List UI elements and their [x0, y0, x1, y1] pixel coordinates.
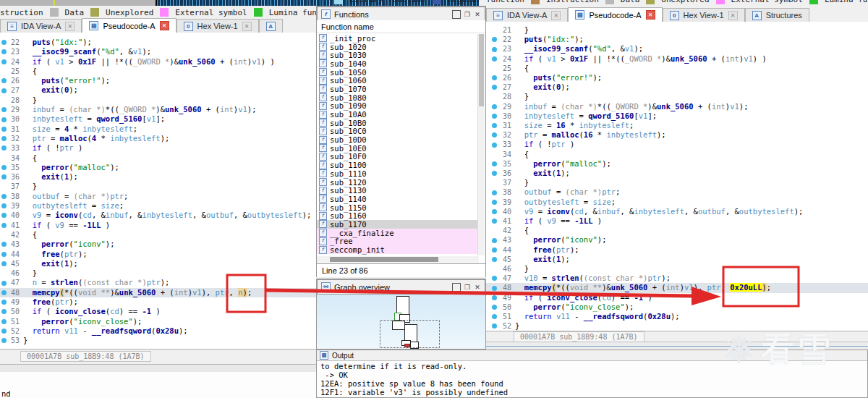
maximize-icon[interactable] — [452, 10, 461, 19]
close-tab-icon[interactable]: ✕ — [65, 22, 75, 31]
graph-viewport-rect[interactable] — [380, 320, 440, 348]
function-list-item[interactable]: fsub_1090 — [317, 102, 479, 111]
code-line[interactable]: 48 memcpy(*((void **)&unk_5060 + (int)v1… — [486, 283, 868, 292]
function-list-item[interactable]: fsub_10B0 — [317, 119, 479, 127]
left-pseudocode-view[interactable]: 22 puts("idx:");23 __isoc99_scanf("%d", … — [0, 33, 316, 354]
code-line[interactable]: 22 puts("idx:"); — [0, 38, 316, 47]
function-list-item[interactable]: fsub_10F0 — [317, 153, 479, 161]
code-line[interactable]: 36 exit(1); — [486, 169, 868, 178]
code-line[interactable]: 53} — [0, 336, 316, 345]
close-tab-icon[interactable]: ✕ — [728, 11, 738, 20]
tab-structures[interactable]: AStructures — [745, 8, 809, 22]
code-line[interactable]: 45 exit(1); — [486, 255, 868, 264]
tab-hex-view-1[interactable]: 0Hex View-1✕ — [176, 19, 259, 33]
code-line[interactable]: 30 inbytesleft = qword_5160[v1]; — [0, 114, 316, 124]
code-line[interactable]: 23 __isoc99_scanf("%d", &v1); — [486, 44, 868, 54]
code-line[interactable]: 35 perror("malloc"); — [0, 163, 316, 172]
function-list-item[interactable]: fsub_1170 — [317, 220, 479, 229]
code-line[interactable]: 41 if ( v9 == -1LL ) — [486, 216, 868, 226]
code-line[interactable]: 49 free(ptr); — [0, 297, 316, 307]
functions-panel-titlebar[interactable]: f Functions ❐ ✕ — [317, 7, 485, 22]
tab-pseudocode-a[interactable]: ▤Pseudocode-A✕ — [568, 7, 662, 22]
function-list-item[interactable]: fsub_1110 — [317, 169, 479, 178]
code-line[interactable]: 40 v9 = iconv(cd, &inbuf, &inbytesleft, … — [486, 207, 868, 216]
code-line[interactable]: 34 { — [0, 153, 316, 163]
code-line[interactable]: 31 size = 4 * inbytesleft; — [0, 124, 316, 134]
code-line[interactable]: 40 v9 = iconv(cd, &inbuf, &inbytesleft, … — [0, 211, 316, 220]
code-line[interactable]: 33 if ( !ptr ) — [0, 143, 316, 153]
code-line[interactable]: 41 if ( v9 == -1LL ) — [0, 221, 316, 230]
code-line[interactable]: 39 outbytesleft = size; — [486, 198, 868, 207]
functions-horizontal-scrollbar[interactable] — [317, 256, 479, 263]
code-line[interactable]: 42 { — [486, 226, 868, 235]
code-line[interactable]: 46 } — [0, 268, 316, 278]
float-icon[interactable]: ❐ — [464, 11, 471, 18]
function-list-item[interactable]: fsub_1140 — [317, 195, 479, 203]
function-list-item[interactable]: fsub_1130 — [317, 186, 479, 195]
output-titlebar[interactable]: ▤ Output — [317, 350, 867, 361]
tab-pseudocode-a[interactable]: ▤Pseudocode-A✕ — [82, 18, 176, 33]
close-icon[interactable]: ✕ — [474, 11, 481, 18]
code-line[interactable]: 38 outbuf = (char *)ptr; — [0, 192, 316, 201]
functions-vertical-scrollbar[interactable] — [477, 34, 485, 255]
function-list-item[interactable]: fsub_10C0 — [317, 127, 479, 136]
code-line[interactable]: 25 { — [486, 64, 868, 73]
code-line[interactable]: 30 inbytesleft = qword_5160[v1]; — [486, 111, 868, 121]
close-tab-icon[interactable]: ✕ — [242, 22, 252, 31]
code-line[interactable]: 50 if ( iconv_close(cd) == -1 ) — [0, 307, 316, 316]
code-line[interactable]: 47 n = strlen((const char *)ptr); — [0, 278, 316, 287]
function-list-item[interactable]: fsub_1150 — [317, 203, 479, 212]
code-line[interactable]: 35 perror("malloc"); — [486, 159, 868, 169]
tab-ida-view-a[interactable]: ≡IDA View-A✕ — [486, 8, 568, 22]
code-line[interactable]: 52} — [486, 321, 868, 331]
code-line[interactable]: 28 } — [0, 96, 316, 105]
code-line[interactable]: 49 if ( iconv_close(cd) == -1 ) — [486, 293, 868, 302]
tab-hex-view-1[interactable]: 0Hex View-1✕ — [663, 8, 745, 22]
code-line[interactable]: 32 ptr = malloc(16 * inbytesleft); — [486, 130, 868, 140]
close-icon[interactable]: ✕ — [474, 284, 481, 291]
code-line[interactable]: 27 exit(0); — [0, 85, 316, 95]
function-list-item[interactable]: fseccomp_init — [317, 245, 479, 254]
code-line[interactable]: 29 inbuf = (char *)*((_QWORD *)&unk_5060… — [0, 105, 316, 114]
function-list-item[interactable]: f__cxa_finalize — [317, 229, 479, 237]
function-list-item[interactable]: fsub_1160 — [317, 211, 479, 220]
code-line[interactable]: 37 } — [0, 182, 316, 191]
function-list-item[interactable]: f_free — [317, 237, 479, 246]
code-line[interactable]: 26 puts("error!"); — [0, 76, 316, 85]
code-line[interactable]: 50 perror("iconv_close"); — [486, 302, 868, 312]
graph-overview-canvas[interactable] — [317, 293, 485, 349]
function-list-item[interactable]: fsub_1030 — [317, 51, 479, 59]
code-line[interactable]: 46 } — [486, 264, 868, 274]
right-pseudocode-view[interactable]: 21 }22 puts("idx:");23 __isoc99_scanf("%… — [486, 22, 868, 334]
code-line[interactable]: 34 { — [486, 150, 868, 159]
function-list-item[interactable]: fsub_1120 — [317, 178, 479, 187]
maximize-icon[interactable] — [452, 283, 461, 292]
code-line[interactable]: 29 inbuf = (char *)*((_QWORD *)&unk_5060… — [486, 102, 868, 111]
code-line[interactable]: 22 puts("idx:"); — [486, 35, 868, 44]
function-list-item[interactable]: fsub_1080 — [317, 93, 479, 102]
close-tab-icon[interactable]: ✕ — [646, 10, 655, 20]
function-list-item[interactable]: fsub_1050 — [317, 68, 479, 77]
function-list-item[interactable]: fsub_1040 — [317, 59, 479, 68]
code-line[interactable]: 36 exit(1); — [0, 172, 316, 182]
code-line[interactable]: 33 if ( !ptr ) — [486, 140, 868, 149]
function-list-item[interactable]: fsub_1060 — [317, 76, 479, 85]
close-tab-icon[interactable]: ✕ — [160, 21, 169, 30]
tab-ida-view-a[interactable]: ≡IDA View-A✕ — [0, 19, 82, 33]
function-list-item[interactable]: fsub_10A0 — [317, 110, 479, 119]
code-line[interactable]: 37 } — [486, 178, 868, 187]
code-line[interactable]: 52 return v11 - __readfsqword(0x28u); — [0, 326, 316, 336]
code-line[interactable]: 45 exit(1); — [0, 259, 316, 268]
code-line[interactable]: 44 free(ptr); — [486, 245, 868, 255]
code-line[interactable]: 51 return v11 - __readfsqword(0x28u); — [486, 312, 868, 321]
float-icon[interactable]: ❐ — [464, 284, 471, 291]
code-line[interactable]: 48 memcpy(*((void **)&unk_5060 + (int)v1… — [0, 288, 316, 297]
code-line[interactable]: 43 perror("iconv"); — [486, 235, 868, 245]
code-line[interactable]: 26 puts("error!"); — [486, 73, 868, 82]
function-list-item[interactable]: fsub_1100 — [317, 161, 479, 169]
code-line[interactable]: 25 { — [0, 67, 316, 76]
code-line[interactable]: 32 ptr = malloc(4 * inbytesleft); — [0, 134, 316, 143]
function-list-item[interactable]: fsub_1020 — [317, 43, 479, 51]
code-line[interactable]: 47 v10 = strlen((const char *)ptr); — [486, 274, 868, 283]
code-line[interactable]: 31 size = 16 * inbytesleft; — [486, 121, 868, 130]
